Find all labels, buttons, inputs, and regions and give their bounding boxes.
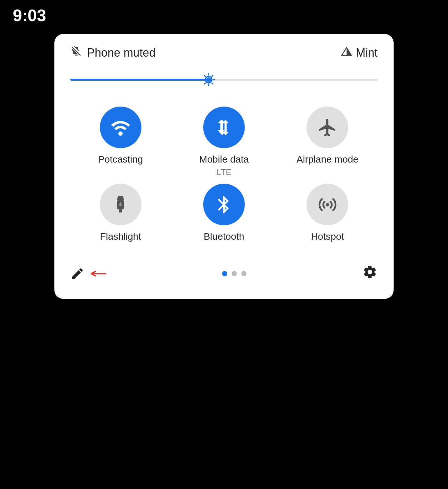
mute-section: Phone muted <box>70 45 156 60</box>
quick-settings-panel: Phone muted Mint <box>54 34 394 299</box>
airplane-mode-icon-bg <box>307 107 348 148</box>
svg-point-11 <box>118 131 123 136</box>
signal-icon <box>341 46 352 60</box>
mobile-data-icon <box>213 117 234 138</box>
flashlight-icon <box>110 194 131 215</box>
mobile-data-icon-bg <box>203 107 245 148</box>
tile-potcasting[interactable]: Potcasting <box>74 107 167 177</box>
mute-text: Phone muted <box>87 46 156 60</box>
carrier-text: Mint <box>356 46 378 60</box>
tile-hotspot[interactable]: Hotspot <box>281 184 374 242</box>
bluetooth-icon <box>213 194 234 215</box>
page-dots <box>222 271 246 276</box>
potcasting-label: Potcasting <box>98 154 143 165</box>
settings-button[interactable] <box>362 264 378 283</box>
page-dot-2 <box>232 271 237 276</box>
mobile-data-label: Mobile data <box>199 154 249 165</box>
mute-icon <box>70 45 82 60</box>
brightness-sun-icon <box>202 73 216 87</box>
svg-line-7 <box>212 83 213 84</box>
status-bar: 9:03 <box>0 0 448 31</box>
airplane-mode-label: Airplane mode <box>297 154 358 165</box>
flashlight-label: Flashlight <box>100 231 141 242</box>
tile-mobile-data[interactable]: Mobile data LTE <box>177 107 271 177</box>
wifi-icon <box>110 117 131 138</box>
brightness-track <box>70 79 378 81</box>
brightness-thumb[interactable] <box>200 71 217 88</box>
mobile-data-sublabel: LTE <box>217 167 231 177</box>
status-time: 9:03 <box>13 6 46 25</box>
svg-point-1 <box>206 77 211 82</box>
bottom-bar <box>54 255 394 286</box>
hotspot-icon <box>317 194 338 215</box>
hotspot-label: Hotspot <box>311 231 344 242</box>
airplane-icon <box>317 117 338 138</box>
potcasting-icon-bg <box>100 107 141 148</box>
quick-tiles-grid: Potcasting Mo <box>54 100 394 248</box>
svg-rect-15 <box>119 209 122 212</box>
tile-airplane-mode[interactable]: Airplane mode <box>281 107 374 177</box>
bluetooth-label: Bluetooth <box>204 231 244 242</box>
top-bar: Phone muted Mint <box>54 34 394 69</box>
carrier-section: Mint <box>341 46 378 60</box>
tile-flashlight[interactable]: Flashlight <box>74 184 167 242</box>
bluetooth-icon-bg <box>203 184 245 225</box>
brightness-slider[interactable] <box>70 72 378 87</box>
page-dot-3 <box>241 271 246 276</box>
brightness-fill <box>70 79 209 81</box>
brightness-section[interactable] <box>54 69 394 100</box>
svg-point-18 <box>326 203 329 206</box>
edit-pencil-icon <box>70 267 84 281</box>
svg-line-8 <box>204 83 205 84</box>
edit-button[interactable] <box>70 267 106 281</box>
flashlight-icon-bg <box>100 184 141 225</box>
svg-point-16 <box>119 203 122 206</box>
hotspot-icon-bg <box>307 184 348 225</box>
page-dot-1 <box>222 271 227 276</box>
arrow-icon <box>90 268 106 279</box>
settings-gear-icon <box>362 264 378 280</box>
tile-bluetooth[interactable]: Bluetooth <box>177 184 271 242</box>
svg-line-9 <box>212 76 213 76</box>
svg-line-6 <box>204 76 205 76</box>
